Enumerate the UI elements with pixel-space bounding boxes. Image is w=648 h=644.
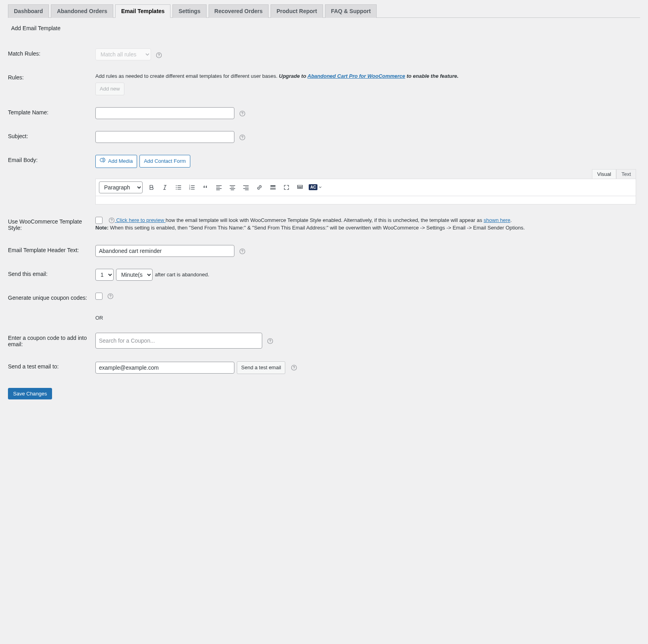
help-icon[interactable] [267,338,273,344]
bullet-list-icon[interactable] [174,183,183,192]
wc-template-row: Click here to preview how the email temp… [95,216,636,232]
help-icon[interactable] [239,134,246,141]
label-header-text: Email Template Header Text: [8,239,91,263]
svg-rect-16 [299,187,301,189]
svg-text:3: 3 [189,188,190,190]
email-body-editor[interactable] [95,196,636,204]
nav-tabs: Dashboard Abandoned Orders Email Templat… [8,4,640,18]
help-icon[interactable] [239,248,246,255]
add-media-button[interactable]: Add Media [95,155,137,168]
fullscreen-icon[interactable] [282,183,291,192]
label-template-name: Template Name: [8,101,91,125]
help-icon[interactable] [291,364,297,371]
editor-text-tab[interactable]: Text [616,169,636,179]
svg-point-21 [242,253,242,253]
send-after-text: after cart is abandoned. [155,272,209,278]
tab-product-report[interactable]: Product Report [271,4,323,18]
match-rules-select: Match all rules [95,48,151,60]
test-email-input[interactable] [95,362,234,374]
upgrade-link[interactable]: Abandoned Cart Pro for WooCommerce [308,73,405,79]
svg-point-8 [176,187,177,187]
svg-point-23 [110,297,110,297]
label-send-test: Send a test email to: [8,355,91,380]
svg-rect-15 [298,187,299,189]
media-icon [100,157,106,166]
coupon-search-input[interactable] [95,333,262,349]
link-icon[interactable] [255,183,264,192]
label-enter-coupon: Enter a coupon code to add into email: [8,327,91,355]
svg-rect-13 [271,185,276,187]
editor-toolbar: Paragraph 123 AC [95,179,636,196]
read-more-icon[interactable] [268,183,278,192]
blockquote-icon[interactable] [201,183,210,192]
svg-rect-14 [298,185,303,187]
add-new-rule-button: Add new [95,83,124,95]
svg-point-7 [176,185,177,186]
label-wc-template: Use WooCommerce Template Style: [8,210,91,239]
header-text-input[interactable] [95,245,234,257]
label-email-body: Email Body: [8,149,91,210]
label-send-this: Send this email: [8,263,91,287]
add-contact-form-button[interactable]: Add Contact Form [139,155,190,168]
template-name-input[interactable] [95,107,234,119]
tab-email-templates[interactable]: Email Templates [115,4,170,18]
svg-point-9 [176,189,177,189]
tab-dashboard[interactable]: Dashboard [8,4,49,18]
italic-icon[interactable] [160,183,170,192]
tab-recovered-orders[interactable]: Recovered Orders [209,4,269,18]
bold-icon[interactable] [147,183,156,192]
tab-faq-support[interactable]: FAQ & Support [325,4,377,18]
format-select[interactable]: Paragraph [99,181,143,193]
svg-rect-17 [301,187,303,189]
help-icon[interactable] [156,52,162,58]
align-left-icon[interactable] [214,183,224,192]
numbered-list-icon[interactable]: 123 [187,183,197,192]
svg-point-3 [242,115,242,115]
help-icon[interactable] [239,110,246,117]
help-icon[interactable] [108,217,115,224]
label-match-rules: Match Rules: [8,42,91,66]
svg-point-25 [270,342,270,343]
svg-point-5 [242,139,242,139]
rules-description: Add rules as needed to create different … [95,72,636,80]
svg-point-27 [294,368,294,369]
send-number-select[interactable]: 1 [95,269,114,281]
save-changes-button[interactable]: Save Changes [8,388,52,399]
tab-settings[interactable]: Settings [172,4,206,18]
editor-visual-tab[interactable]: Visual [592,169,616,179]
ac-dropdown-icon[interactable]: AC [309,183,322,192]
label-subject: Subject: [8,125,91,149]
svg-point-1 [159,56,159,56]
page-title: Add Email Template [11,25,640,31]
label-coupon-codes: Generate unique coupon codes: [8,287,91,309]
send-unit-select[interactable]: Minute(s) [116,269,153,281]
preview-link[interactable]: Click here to preview [115,217,166,223]
send-test-email-button[interactable]: Send a test email [237,361,285,374]
tab-abandoned-orders[interactable]: Abandoned Orders [51,4,113,18]
svg-point-19 [111,222,112,222]
shown-here-link[interactable]: shown here [484,217,510,223]
help-icon[interactable] [107,293,114,299]
label-rules: Rules: [8,66,91,101]
align-right-icon[interactable] [241,183,251,192]
toolbar-toggle-icon[interactable] [295,183,305,192]
align-center-icon[interactable] [228,183,237,192]
coupon-codes-checkbox[interactable] [95,293,103,300]
or-separator: OR [91,309,640,327]
subject-input[interactable] [95,131,234,143]
wc-template-checkbox[interactable] [95,217,103,224]
